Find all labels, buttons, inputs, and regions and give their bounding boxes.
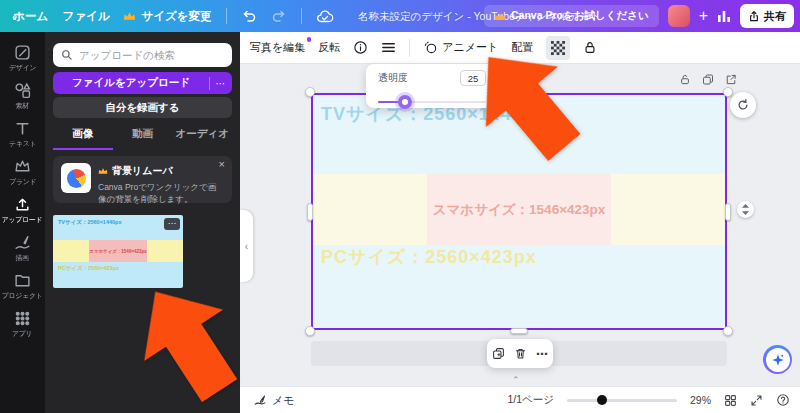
rail-item-apps[interactable]: アプリ bbox=[0, 305, 45, 343]
insights-chart-icon[interactable] bbox=[717, 9, 731, 23]
resize-handle-w[interactable] bbox=[307, 203, 313, 221]
context-toolbar: 写真を編集 反転 アニメート 配置 bbox=[240, 32, 800, 64]
help-icon[interactable] bbox=[776, 393, 790, 407]
design-page[interactable]: TVサイズ：2560×1440px スマホサイズ：1546×423px PCサイ… bbox=[311, 93, 727, 330]
rail-item-elements[interactable]: 素材 bbox=[0, 77, 45, 115]
duplicate-icon[interactable] bbox=[492, 347, 505, 360]
resize-button[interactable]: サイズを変更 bbox=[123, 9, 211, 24]
rail-item-design[interactable]: デザイン bbox=[0, 39, 45, 77]
close-icon[interactable]: × bbox=[219, 158, 225, 170]
try-pro-button[interactable]: Canva Proをお試しください bbox=[484, 5, 659, 27]
top-bar: ‹ ホーム ファイル サイズを変更 名称未設定のデザイン - YouT bbox=[0, 0, 800, 32]
resize-handle-se[interactable] bbox=[723, 326, 733, 336]
design-icon bbox=[14, 44, 31, 61]
fullscreen-icon[interactable] bbox=[750, 394, 763, 407]
zoom-slider-handle[interactable] bbox=[597, 395, 607, 405]
checkerboard-icon bbox=[551, 41, 565, 55]
sparkle-icon bbox=[771, 353, 785, 367]
resize-handle-n[interactable] bbox=[510, 89, 528, 95]
resize-handle-nw[interactable] bbox=[305, 87, 315, 97]
notes-icon bbox=[253, 394, 267, 407]
canvas-pc-label: PCサイズ：2560×423px bbox=[321, 245, 537, 269]
upload-file-button[interactable]: ファイルをアップロード ⋯ bbox=[53, 72, 232, 94]
zoom-slider[interactable] bbox=[567, 394, 677, 406]
canva-assistant-button[interactable] bbox=[763, 345, 792, 374]
undo-icon[interactable] bbox=[241, 8, 257, 24]
rotate-icon bbox=[736, 98, 750, 112]
open-external-icon[interactable] bbox=[725, 73, 737, 86]
uploaded-image-thumbnail[interactable]: TVサイズ：2560×1440px スマホサイズ：1546×423px PCサイ… bbox=[53, 215, 183, 288]
search-icon bbox=[61, 49, 73, 61]
share-icon bbox=[748, 10, 760, 23]
tab-audio[interactable]: オーディオ bbox=[172, 127, 232, 150]
chevron-up-icon[interactable]: ⌃ bbox=[512, 375, 520, 385]
slider-handle[interactable] bbox=[398, 95, 412, 109]
status-bar: メモ 1/1ページ 29% bbox=[240, 386, 800, 413]
element-quick-actions bbox=[679, 73, 737, 86]
text-icon bbox=[14, 120, 31, 137]
crown-icon bbox=[98, 167, 108, 175]
divider bbox=[409, 39, 410, 57]
unlock-icon[interactable] bbox=[679, 73, 691, 86]
flip-button[interactable]: 反転 bbox=[318, 40, 340, 55]
add-member-icon[interactable]: + bbox=[699, 8, 708, 24]
record-self-button[interactable]: 自分を録画する bbox=[53, 97, 232, 118]
uploads-panel: ファイルをアップロード ⋯ 自分を録画する 画像 動画 オーディオ × 背景リム… bbox=[45, 32, 240, 413]
zoom-slider-track bbox=[567, 399, 677, 402]
thumb-pink-rect: スマホサイズ：1546×423px bbox=[89, 240, 147, 262]
lock-icon[interactable] bbox=[583, 40, 597, 55]
rail-item-text[interactable]: テキスト bbox=[0, 115, 45, 153]
rail-item-brand[interactable]: ブランド bbox=[0, 153, 45, 191]
share-button[interactable]: 共有 bbox=[740, 4, 794, 28]
brand-icon bbox=[14, 158, 31, 175]
panel-collapse-button[interactable]: ‹ bbox=[240, 210, 253, 282]
upload-icon bbox=[14, 196, 31, 213]
resize-handle-e[interactable] bbox=[725, 203, 731, 221]
adjust-icon[interactable] bbox=[381, 41, 396, 54]
avatar[interactable] bbox=[668, 5, 690, 27]
transparency-button[interactable] bbox=[546, 36, 570, 60]
redo-icon[interactable] bbox=[271, 8, 287, 24]
home-button[interactable]: ‹ ホーム bbox=[12, 9, 48, 24]
tab-videos[interactable]: 動画 bbox=[113, 127, 173, 150]
new-feature-dot bbox=[307, 37, 312, 42]
resize-handle-s[interactable] bbox=[510, 328, 528, 334]
crown-icon bbox=[494, 12, 506, 21]
upload-more-icon[interactable]: ⋯ bbox=[210, 78, 232, 89]
notes-button[interactable]: メモ bbox=[253, 393, 295, 408]
transparency-label: 透明度 bbox=[378, 71, 408, 85]
position-button[interactable]: 配置 bbox=[511, 40, 533, 55]
transparency-value-input[interactable]: 25 bbox=[460, 70, 486, 86]
resize-handle-sw[interactable] bbox=[305, 326, 315, 336]
duplicate-icon[interactable] bbox=[702, 73, 714, 86]
bg-remover-card[interactable]: × 背景リムーバ Canva Proでワンクリックで画像の背景を削除します。 bbox=[53, 156, 232, 203]
folder-icon bbox=[14, 272, 31, 289]
resize-handle-ne[interactable] bbox=[723, 87, 733, 97]
file-menu[interactable]: ファイル bbox=[62, 9, 109, 24]
cloud-sync-icon[interactable] bbox=[316, 9, 334, 24]
animate-button[interactable]: アニメート bbox=[423, 40, 498, 55]
animate-icon bbox=[423, 40, 438, 55]
search-input[interactable] bbox=[79, 49, 224, 61]
divider bbox=[301, 8, 302, 24]
rail-item-projects[interactable]: プロジェクト bbox=[0, 267, 45, 305]
tab-images[interactable]: 画像 bbox=[53, 127, 113, 150]
page-counter[interactable]: 1/1ページ bbox=[507, 393, 554, 407]
rail-item-uploads[interactable]: アップロード bbox=[0, 191, 45, 229]
rail-item-draw[interactable]: 描画 bbox=[0, 229, 45, 267]
edit-photo-button[interactable]: 写真を編集 bbox=[250, 40, 305, 55]
canvas-pink-rect: スマホサイズ：1546×423px bbox=[427, 174, 611, 245]
side-adjust-handle[interactable] bbox=[737, 201, 754, 218]
rotate-handle[interactable] bbox=[730, 92, 756, 118]
media-tabs: 画像 動画 オーディオ bbox=[53, 127, 232, 150]
zoom-level[interactable]: 29% bbox=[690, 394, 711, 406]
thumbnail-more-button[interactable]: ⋯ bbox=[164, 218, 180, 230]
trash-icon[interactable] bbox=[514, 347, 527, 360]
side-rail: デザイン 素材 テキスト ブランド アップロード 描画 プロジェクト アプリ bbox=[0, 32, 45, 413]
info-icon[interactable] bbox=[353, 40, 368, 55]
transparency-slider[interactable] bbox=[378, 95, 486, 109]
draw-icon bbox=[14, 234, 31, 251]
grid-view-icon[interactable] bbox=[724, 394, 737, 407]
more-options-icon[interactable]: ⋯ bbox=[536, 347, 548, 361]
bg-remover-app-icon bbox=[61, 163, 91, 193]
